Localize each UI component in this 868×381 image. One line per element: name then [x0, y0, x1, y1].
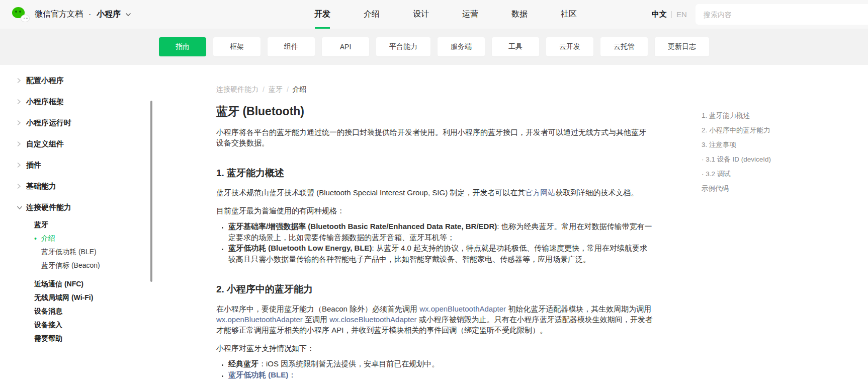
search-input[interactable] [696, 4, 868, 25]
chevron-down-icon [125, 13, 131, 17]
doc-section-tabs: 指南 框架 组件 API 平台能力 服务端 工具 云开发 云托管 更新日志 [0, 29, 868, 65]
official-site-link[interactable]: 官方网站 [525, 188, 555, 197]
open-bluetooth-adapter-link[interactable]: wx.openBluetoothAdapter [216, 315, 303, 324]
tab-server[interactable]: 服务端 [438, 37, 485, 56]
top-header: 微信官方文档 · 小程序 开发 介绍 设计 运营 数据 社区 中文 EN [0, 0, 868, 29]
section-1-heading: 1. 蓝牙能力概述 [216, 167, 653, 180]
sidebar-item-nfc[interactable]: 近场通信 (NFC) [34, 277, 151, 291]
sidebar-hardware-subtree: 蓝牙 介绍 蓝牙低功耗 (BLE) 蓝牙信标 (Beacon) 近场通信 (NF… [0, 218, 151, 345]
brand-title[interactable]: 微信官方文档 [35, 9, 83, 20]
chevron-right-icon [17, 99, 26, 105]
text-segment: 蓝牙技术规范由蓝牙技术联盟 (Bluetooth Special Interes… [216, 188, 525, 197]
toc-item-3[interactable]: 3. 注意事项 [702, 141, 857, 149]
lang-divider [671, 11, 672, 18]
chevron-right-icon [17, 78, 26, 84]
tab-platform-capabilities[interactable]: 平台能力 [376, 37, 430, 56]
toc-item-2[interactable]: 2. 小程序中的蓝牙能力 [702, 126, 857, 134]
tab-cloud-hosting[interactable]: 云托管 [600, 37, 648, 56]
list-item-ble-support: 蓝牙低功耗 (BLE)： [228, 369, 653, 380]
product-switcher-label[interactable]: 小程序 [97, 9, 121, 20]
section-2-paragraph-1: 在小程序中，要使用蓝牙能力（Beacon 除外）必须首先调用 wx.openBl… [216, 303, 653, 335]
language-switcher: 中文 EN [652, 0, 687, 29]
sidebar-item-base-ability[interactable]: 基础能力 [0, 176, 151, 197]
page-title: 蓝牙 (Bluetooth) [216, 104, 653, 119]
tab-framework[interactable]: 框架 [213, 37, 261, 56]
close-bluetooth-adapter-link[interactable]: wx.closeBluetoothAdapter [329, 315, 416, 324]
nav-introduction[interactable]: 介绍 [347, 0, 396, 29]
text-segment: 初始化蓝牙适配器模块，其生效周期为调用 [506, 304, 651, 313]
intro-paragraph: 小程序将各平台的蓝牙能力通过统一的接口封装提供给开发者使用。利用小程序的蓝牙接口… [216, 127, 653, 148]
tab-api[interactable]: API [322, 37, 369, 56]
lang-zh[interactable]: 中文 [652, 10, 667, 19]
sidebar-item-runtime[interactable]: 小程序运行时 [0, 112, 151, 133]
sidebar-item-wifi[interactable]: 无线局域网 (Wi-Fi) [34, 291, 151, 304]
bold-lead: 蓝牙低功耗 (Bluetooth Low Energy, BLE) [228, 244, 372, 252]
tab-guide[interactable]: 指南 [159, 37, 206, 56]
list-item-ble: 蓝牙低功耗 (Bluetooth Low Energy, BLE): 从蓝牙 4… [228, 243, 653, 264]
tab-tools[interactable]: 工具 [492, 37, 539, 56]
bluetooth-spec-list: 蓝牙基础率/增强数据率 (Bluetooth Basic Rate/Enhanc… [216, 221, 653, 264]
bluetooth-support-list: 经典蓝牙：iOS 因系统限制暂无法提供，安卓目前已在规划中。 蓝牙低功耗 (BL… [216, 358, 653, 380]
nav-develop[interactable]: 开发 [298, 0, 347, 29]
breadcrumb-separator: / [287, 86, 289, 94]
nav-community[interactable]: 社区 [544, 0, 593, 29]
text-segment: 至调用 [303, 315, 329, 324]
chevron-right-icon [17, 120, 26, 126]
table-of-contents: 1. 蓝牙能力概述 2. 小程序中的蓝牙能力 3. 注意事项 · 3.1 设备 … [702, 112, 857, 199]
breadcrumb-bluetooth[interactable]: 蓝牙 [269, 85, 283, 94]
sidebar-item-bluetooth[interactable]: 蓝牙 [34, 218, 151, 232]
tab-cloud-dev[interactable]: 云开发 [546, 37, 593, 56]
wechat-logo-icon [12, 7, 30, 22]
sidebar-item-configuration[interactable]: 配置小程序 [0, 70, 151, 91]
chevron-right-icon [17, 162, 26, 168]
sidebar: 配置小程序 小程序框架 小程序运行时 自定义组件 插件 基础能力 [0, 65, 151, 381]
section-2-paragraph-2: 小程序对蓝牙支持情况如下： [216, 343, 653, 353]
section-1-paragraph-2: 目前蓝牙最为普遍使用的有两种规格： [216, 205, 653, 216]
chevron-down-icon [17, 205, 26, 210]
bold-lead: 蓝牙基础率/增强数据率 (Bluetooth Basic Rate/Enhanc… [228, 222, 497, 231]
toc-item-3-1[interactable]: · 3.1 设备 ID (deviceId) [702, 156, 857, 164]
sidebar-item-device-message[interactable]: 设备消息 [34, 304, 151, 318]
chevron-right-icon [17, 141, 26, 147]
brand[interactable]: 微信官方文档 · 小程序 [12, 0, 131, 29]
brand-separator: · [89, 10, 91, 19]
nav-data[interactable]: 数据 [495, 0, 544, 29]
page: 微信官方文档 · 小程序 开发 介绍 设计 运营 数据 社区 中文 EN 指南 … [0, 0, 868, 381]
text-segment: 获取到详细的技术文档。 [555, 188, 638, 197]
breadcrumb-hardware[interactable]: 连接硬件能力 [216, 85, 258, 94]
bold-lead: 经典蓝牙 [228, 359, 258, 368]
sidebar-item-plugin[interactable]: 插件 [0, 155, 151, 176]
section-2-heading: 2. 小程序中的蓝牙能力 [216, 283, 653, 296]
ble-link[interactable]: 蓝牙低功耗 (BLE) [228, 370, 288, 379]
text-segment: ： [288, 370, 296, 379]
sidebar-item-hardware[interactable]: 连接硬件能力 [0, 197, 151, 218]
breadcrumb: 连接硬件能力 / 蓝牙 / 介绍 [216, 85, 653, 94]
sidebar-item-custom-component[interactable]: 自定义组件 [0, 133, 151, 155]
article: 连接硬件能力 / 蓝牙 / 介绍 蓝牙 (Bluetooth) 小程序将各平台的… [216, 65, 653, 380]
chevron-right-icon [17, 183, 26, 189]
breadcrumb-separator: / [263, 86, 265, 94]
lang-en[interactable]: EN [676, 10, 687, 19]
tab-changelog[interactable]: 更新日志 [655, 37, 709, 56]
sidebar-item-bluetooth-intro[interactable]: 介绍 [34, 232, 151, 245]
breadcrumb-current: 介绍 [293, 85, 307, 94]
sidebar-item-device-access[interactable]: 设备接入 [34, 318, 151, 332]
sidebar-scrollbar[interactable] [150, 101, 152, 282]
open-bluetooth-adapter-link[interactable]: wx.openBluetoothAdapter [419, 304, 506, 313]
list-item-classic: 经典蓝牙：iOS 因系统限制暂无法提供，安卓目前已在规划中。 [228, 358, 653, 369]
nav-operation[interactable]: 运营 [446, 0, 495, 29]
text-segment: ：iOS 因系统限制暂无法提供，安卓目前已在规划中。 [258, 359, 439, 368]
toc-item-1[interactable]: 1. 蓝牙能力概述 [702, 112, 857, 120]
sidebar-item-ble[interactable]: 蓝牙低功耗 (BLE) [34, 245, 151, 259]
nav-design[interactable]: 设计 [396, 0, 446, 29]
sidebar-item-beacon[interactable]: 蓝牙信标 (Beacon) [34, 259, 151, 272]
tab-component[interactable]: 组件 [268, 37, 315, 56]
section-1-paragraph-1: 蓝牙技术规范由蓝牙技术联盟 (Bluetooth Special Interes… [216, 187, 653, 198]
text-segment: 在小程序中，要使用蓝牙能力（Beacon 除外）必须首先调用 [216, 304, 419, 313]
primary-nav: 开发 介绍 设计 运营 数据 社区 [298, 0, 593, 29]
sidebar-item-framework[interactable]: 小程序框架 [0, 91, 151, 112]
list-item-bredr: 蓝牙基础率/增强数据率 (Bluetooth Basic Rate/Enhanc… [228, 221, 653, 243]
toc-item-sample-code[interactable]: 示例代码 [702, 185, 857, 193]
toc-item-3-2[interactable]: · 3.2 调试 [702, 170, 857, 178]
sidebar-item-help[interactable]: 需要帮助 [34, 332, 151, 345]
